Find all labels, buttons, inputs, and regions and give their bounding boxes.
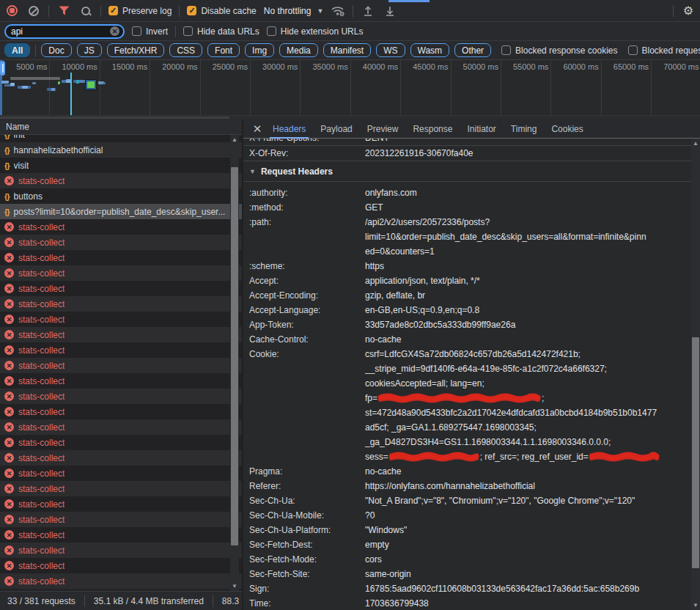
request-row[interactable]: ✕stats-collect bbox=[0, 558, 242, 573]
filter-pill-manifest[interactable]: Manifest bbox=[323, 43, 371, 57]
overview-drag-handle[interactable] bbox=[0, 61, 5, 76]
scroll-up-icon[interactable]: ▲ bbox=[691, 139, 700, 148]
blocked-requests-checkbox[interactable]: Blocked requests bbox=[628, 45, 700, 56]
import-har-button[interactable] bbox=[361, 4, 375, 18]
request-name: stats-collect bbox=[18, 376, 65, 386]
request-row[interactable]: ✕stats-collect bbox=[0, 450, 242, 466]
divider bbox=[673, 5, 674, 17]
blocked-response-cookies-checkbox[interactable]: Blocked response cookies bbox=[501, 45, 617, 56]
request-row[interactable]: ✕stats-collect bbox=[0, 496, 242, 512]
header-value-text: cookiesAccepted=all; lang=en; bbox=[365, 376, 485, 391]
tab-response[interactable]: Response bbox=[405, 120, 460, 139]
tab-headers[interactable]: Headers bbox=[265, 120, 313, 139]
close-icon[interactable]: ✕ bbox=[249, 122, 265, 136]
header-value-line: https bbox=[365, 259, 693, 273]
header-value-text: no-cache bbox=[365, 464, 401, 479]
error-icon: ✕ bbox=[4, 345, 14, 355]
request-row[interactable]: ✕stats-collect bbox=[0, 435, 242, 450]
scroll-down-icon[interactable]: ▼ bbox=[230, 581, 239, 591]
invert-checkbox[interactable]: Invert bbox=[132, 26, 168, 37]
tab-payload[interactable]: Payload bbox=[313, 120, 359, 139]
record-button[interactable] bbox=[4, 4, 19, 18]
request-row[interactable]: ✕stats-collect bbox=[0, 265, 242, 281]
filter-pill-font[interactable]: Font bbox=[207, 43, 240, 57]
request-row[interactable]: ✕stats-collect bbox=[0, 543, 242, 558]
request-row[interactable]: ✕stats-collect bbox=[0, 373, 242, 389]
name-column-header[interactable]: Name bbox=[0, 120, 242, 135]
filter-input[interactable]: api ✕ bbox=[4, 24, 125, 39]
request-row[interactable]: ✕stats-collect bbox=[0, 481, 242, 496]
request-row[interactable]: ✕stats-collect bbox=[0, 573, 242, 589]
header-row: :authority:onlyfans.com bbox=[243, 185, 693, 200]
filter-pill-media[interactable]: Media bbox=[279, 43, 318, 57]
network-overview[interactable]: 5000 ms10000 ms15000 ms20000 ms25000 ms3… bbox=[0, 60, 700, 116]
request-row[interactable]: ✕stats-collect bbox=[0, 235, 242, 250]
wifi-gear-icon bbox=[331, 5, 345, 16]
scroll-up-icon[interactable]: ▲ bbox=[230, 135, 239, 144]
tab-initiator[interactable]: Initiator bbox=[460, 120, 503, 139]
request-row[interactable]: ✕stats-collect bbox=[0, 527, 242, 543]
search-button[interactable] bbox=[78, 4, 93, 18]
header-key: Sec-Ch-Ua-Platform: bbox=[249, 523, 365, 537]
clear-filter-icon[interactable]: ✕ bbox=[110, 26, 119, 36]
request-name: stats-collect bbox=[18, 253, 65, 263]
request-row[interactable]: ✕stats-collect bbox=[0, 419, 242, 435]
header-key: Sec-Ch-Ua: bbox=[249, 493, 365, 508]
disable-cache-checkbox[interactable]: Disable cache bbox=[187, 6, 256, 16]
hide-extension-urls-checkbox[interactable]: Hide extension URLs bbox=[267, 26, 364, 37]
hide-data-urls-checkbox[interactable]: Hide data URLs bbox=[183, 26, 259, 37]
filter-pill-js[interactable]: JS bbox=[77, 43, 102, 57]
request-row[interactable]: ✕stats-collect bbox=[0, 389, 242, 404]
request-row[interactable]: ✕stats-collect bbox=[0, 358, 242, 373]
throttling-dropdown[interactable]: No throttling ▼ bbox=[264, 6, 324, 16]
error-icon: ✕ bbox=[4, 284, 14, 293]
divider bbox=[84, 595, 85, 607]
filter-toggle-button[interactable] bbox=[56, 4, 71, 18]
tab-preview[interactable]: Preview bbox=[360, 120, 406, 139]
request-row[interactable]: ✕stats-collect bbox=[0, 312, 242, 327]
filter-pill-all[interactable]: All bbox=[4, 43, 30, 57]
export-har-button[interactable] bbox=[383, 4, 397, 18]
request-row[interactable]: ✕stats-collect bbox=[0, 281, 242, 296]
scroll-down-icon[interactable]: ▼ bbox=[691, 600, 700, 610]
divider bbox=[353, 5, 353, 17]
main-split: Name {}init{}hannahelizabethofficial{}vi… bbox=[0, 120, 700, 610]
request-row[interactable]: ✕stats-collect bbox=[0, 296, 242, 312]
filter-pill-other[interactable]: Other bbox=[454, 43, 491, 57]
preserve-log-checkbox[interactable]: Preserve log bbox=[108, 6, 172, 16]
filter-pill-fetch-xhr[interactable]: Fetch/XHR bbox=[107, 43, 165, 57]
request-row[interactable]: {}visit bbox=[0, 158, 242, 173]
scrollbar-thumb[interactable] bbox=[692, 337, 699, 568]
network-conditions-button[interactable] bbox=[331, 4, 345, 18]
request-name: stats-collect bbox=[18, 545, 65, 556]
details-scrollbar[interactable]: ▲ ▼ bbox=[691, 139, 700, 610]
request-row[interactable]: ✕stats-collect bbox=[0, 250, 242, 265]
filter-pill-img[interactable]: Img bbox=[245, 43, 274, 57]
header-value-line: /api2/v2/users/20572336/posts? bbox=[365, 215, 693, 229]
tab-cookies[interactable]: Cookies bbox=[544, 120, 590, 139]
scrollbar-thumb[interactable] bbox=[231, 167, 238, 545]
filter-pill-ws[interactable]: WS bbox=[376, 43, 405, 57]
header-value: https bbox=[365, 259, 693, 273]
request-row[interactable]: ✕stats-collect bbox=[0, 327, 242, 342]
clear-button[interactable] bbox=[26, 4, 41, 18]
request-row[interactable]: {}hannahelizabethofficial bbox=[0, 142, 242, 158]
request-row[interactable]: ✕stats-collect bbox=[0, 219, 242, 235]
request-row[interactable]: ✕stats-collect bbox=[0, 404, 242, 419]
filter-pill-css[interactable]: CSS bbox=[169, 43, 202, 57]
section-header-request-headers[interactable]: ▼Request Headers bbox=[243, 161, 693, 181]
settings-button[interactable]: ⚙ bbox=[681, 4, 696, 18]
filter-pill-doc[interactable]: Doc bbox=[41, 43, 71, 57]
request-row[interactable]: {}init bbox=[0, 135, 242, 142]
header-row: Time:1703636799438 bbox=[243, 596, 693, 610]
request-row[interactable]: ✕stats-collect bbox=[0, 173, 242, 188]
request-row[interactable]: ✕stats-collect bbox=[0, 466, 242, 481]
header-value: cors bbox=[365, 552, 693, 567]
request-row[interactable]: {}posts?limit=10&order=publish_date_desc… bbox=[0, 204, 242, 219]
tab-timing[interactable]: Timing bbox=[504, 120, 545, 139]
filter-pill-wasm[interactable]: Wasm bbox=[410, 43, 450, 57]
request-row[interactable]: ✕stats-collect bbox=[0, 342, 242, 358]
request-row[interactable]: {}buttons bbox=[0, 188, 242, 204]
request-row[interactable]: ✕stats-collect bbox=[0, 512, 242, 527]
requests-scrollbar[interactable]: ▲ ▼ bbox=[230, 135, 239, 591]
